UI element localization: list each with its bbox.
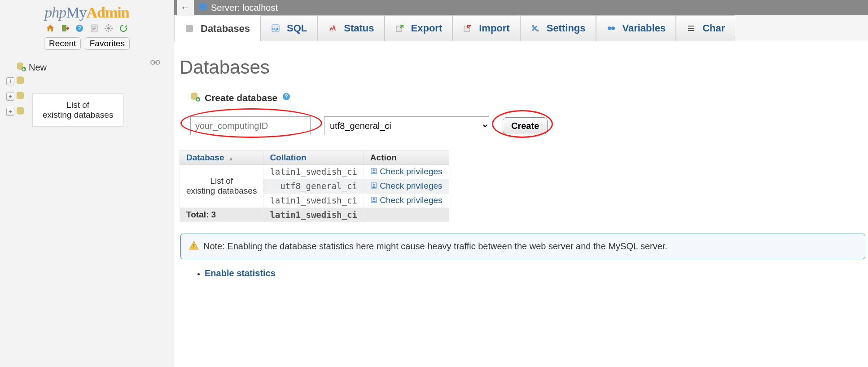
svg-point-4 — [107, 27, 110, 30]
logo-part-my: My — [66, 4, 86, 21]
svg-point-31 — [373, 169, 375, 171]
main-panel: ← Server: localhost Databases SQL SQL St… — [174, 0, 868, 367]
row-collation: latin1_swedish_ci — [263, 193, 364, 208]
reload-icon[interactable] — [119, 24, 128, 33]
database-icon — [15, 75, 25, 88]
create-database-heading: Create database ? — [190, 92, 868, 104]
svg-rect-14 — [202, 9, 204, 10]
top-tabs: Databases SQL SQL Status Export Import S… — [174, 15, 868, 41]
warning-icon — [189, 240, 199, 252]
enable-statistics-link[interactable]: Enable statistics — [205, 268, 276, 278]
svg-point-24 — [608, 27, 611, 30]
logo-part-php: php — [44, 4, 66, 21]
check-privileges-link[interactable]: Check privileges — [380, 167, 442, 176]
notice-text: Note: Enabling the database statistics h… — [203, 241, 667, 252]
database-icon — [15, 106, 25, 118]
row-collation: latin1_swedish_ci — [263, 165, 364, 179]
nav-back-button[interactable]: ← — [177, 0, 194, 15]
help-icon[interactable]: ? — [75, 24, 84, 33]
total-label: Total: 3 — [180, 208, 263, 221]
settings-tab-icon — [530, 23, 540, 33]
create-database-label: Create database — [205, 93, 277, 103]
tab-databases[interactable]: Databases — [174, 16, 260, 41]
tab-settings[interactable]: Settings — [520, 15, 596, 41]
statistics-warning: Note: Enabling the database statistics h… — [180, 234, 865, 259]
breadcrumb-server-prefix: Server: — [211, 3, 240, 13]
svg-rect-0 — [62, 25, 66, 31]
row-collation: utf8_general_ci — [263, 179, 364, 193]
svg-rect-19 — [329, 25, 336, 32]
panel-link-icon[interactable] — [150, 58, 160, 68]
tab-label: Export — [411, 22, 443, 34]
table-total-row: Total: 3 latin1_swedish_ci — [180, 208, 449, 221]
tab-label: Databases — [201, 23, 250, 35]
sql-icon[interactable] — [90, 24, 99, 33]
check-privileges-link[interactable]: Check privileges — [380, 181, 442, 190]
svg-point-23 — [536, 30, 539, 32]
db-name-placeholder: List of existing databases — [180, 165, 263, 208]
sidebar: phpMyAdmin ? Recent Favorites — [0, 0, 174, 367]
tab-status[interactable]: Status — [317, 15, 384, 41]
tab-label: Char — [702, 22, 725, 34]
svg-rect-7 — [153, 62, 157, 63]
databases-table: Database ▲ Collation Action List of exis… — [180, 150, 449, 222]
tab-sql[interactable]: SQL SQL — [260, 15, 317, 41]
database-icon — [15, 91, 25, 103]
sql-tab-icon: SQL — [271, 23, 281, 33]
tree-expand-1[interactable]: + — [6, 77, 14, 85]
tab-label: Variables — [623, 22, 666, 34]
help-icon[interactable]: ? — [282, 92, 291, 103]
sort-asc-icon: ▲ — [228, 155, 234, 162]
charsets-tab-icon — [686, 23, 696, 33]
table-row: List of existing databases latin1_swedis… — [180, 165, 449, 179]
create-database-icon — [190, 92, 200, 104]
logo-part-admin: Admin — [87, 4, 129, 21]
tree-expand-3[interactable]: + — [6, 108, 14, 116]
breadcrumb-bar: ← Server: localhost — [174, 0, 868, 15]
tab-label: Status — [344, 22, 374, 34]
tab-import[interactable]: Import — [452, 15, 520, 41]
collation-select[interactable]: utf8_general_ci — [324, 116, 489, 135]
server-icon — [198, 2, 207, 13]
settings-gear-icon[interactable] — [104, 24, 113, 33]
svg-rect-13 — [199, 4, 206, 9]
privileges-icon — [370, 196, 377, 206]
tab-label: Import — [479, 22, 509, 34]
col-action: Action — [364, 151, 449, 165]
create-button[interactable]: Create — [503, 117, 548, 134]
svg-text:?: ? — [285, 93, 288, 100]
svg-point-25 — [611, 27, 615, 30]
home-icon[interactable] — [46, 24, 55, 33]
export-tab-icon — [395, 23, 405, 33]
tab-export[interactable]: Export — [385, 15, 453, 41]
tree-new-label: New — [29, 62, 47, 73]
databases-tab-icon — [184, 24, 194, 34]
svg-rect-36 — [193, 244, 194, 247]
tab-charsets[interactable]: Char — [676, 15, 735, 41]
variables-tab-icon — [606, 23, 616, 33]
privileges-icon — [370, 181, 377, 191]
logout-icon[interactable] — [61, 24, 70, 33]
database-new-icon — [16, 62, 26, 74]
svg-rect-37 — [193, 248, 194, 248]
sidebar-tab-favorites[interactable]: Favorites — [85, 37, 130, 50]
svg-point-22 — [532, 25, 534, 27]
sidebar-tab-recent[interactable]: Recent — [44, 37, 81, 50]
svg-point-35 — [373, 198, 375, 200]
phpmyadmin-logo[interactable]: phpMyAdmin — [0, 4, 174, 21]
page-title: Databases — [180, 57, 868, 78]
svg-text:SQL: SQL — [272, 27, 280, 31]
sidebar-existing-db-note: List of existing databases — [32, 93, 123, 127]
svg-rect-15 — [201, 10, 205, 11]
import-tab-icon — [463, 23, 473, 33]
breadcrumb-server-name[interactable]: localhost — [242, 3, 278, 13]
tab-label: SQL — [287, 22, 307, 34]
status-tab-icon — [328, 23, 338, 33]
col-collation[interactable]: Collation — [263, 151, 364, 165]
tab-variables[interactable]: Variables — [596, 15, 676, 41]
col-database[interactable]: Database ▲ — [180, 151, 263, 165]
database-name-input[interactable] — [190, 116, 311, 135]
check-privileges-link[interactable]: Check privileges — [380, 195, 442, 205]
sidebar-quick-icons: ? — [0, 24, 174, 33]
tree-expand-2[interactable]: + — [6, 93, 14, 101]
